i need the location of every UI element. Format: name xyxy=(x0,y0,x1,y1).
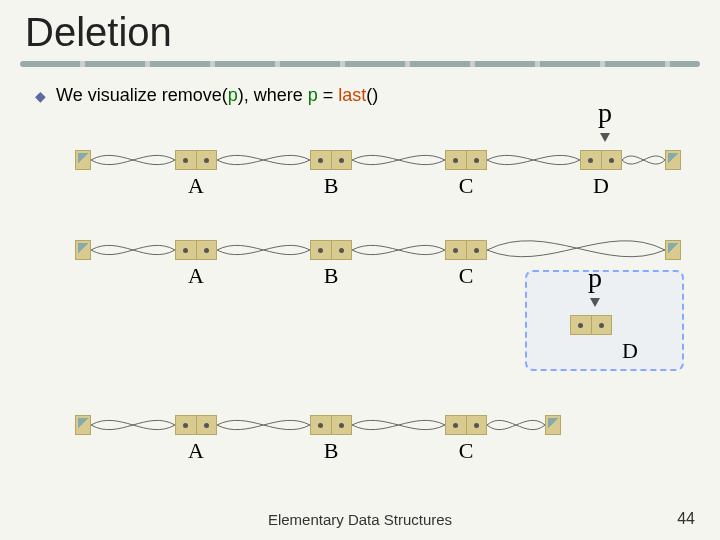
node-b-1 xyxy=(310,150,352,170)
bullet-p1: p xyxy=(228,85,238,105)
footer-text: Elementary Data Structures xyxy=(0,511,720,528)
node-a-1 xyxy=(175,150,217,170)
arrow-down-icon xyxy=(590,298,600,307)
label-b: B xyxy=(311,173,351,199)
bullet-paren-close: () xyxy=(366,85,378,105)
sentinel xyxy=(75,150,91,170)
bullet-remove: remove xyxy=(162,85,222,105)
node-b-2 xyxy=(310,240,352,260)
node-c-3 xyxy=(445,415,487,435)
link xyxy=(352,242,445,258)
bullet-text: We visualize remove(p), where p = last() xyxy=(56,85,378,106)
link xyxy=(352,152,445,168)
slide-number: 44 xyxy=(677,510,695,528)
label-b: B xyxy=(311,263,351,289)
link xyxy=(487,417,545,433)
sentinel xyxy=(665,150,681,170)
link xyxy=(91,152,175,168)
bullet-prefix: We visualize xyxy=(56,85,162,105)
node-a-2 xyxy=(175,240,217,260)
node-b-3 xyxy=(310,415,352,435)
bullet-eq: = xyxy=(318,85,339,105)
sentinel xyxy=(665,240,681,260)
p-label-row2: p xyxy=(575,262,615,294)
sentinel xyxy=(545,415,561,435)
node-c-1 xyxy=(445,150,487,170)
label-b: B xyxy=(311,438,351,464)
link xyxy=(217,417,310,433)
sentinel xyxy=(75,240,91,260)
link xyxy=(91,242,175,258)
bullet-icon: ◆ xyxy=(35,88,46,104)
node-c-2 xyxy=(445,240,487,260)
link-skip xyxy=(487,235,665,265)
link xyxy=(622,152,665,168)
label-a: A xyxy=(176,263,216,289)
p-label-row1: p xyxy=(585,97,625,129)
label-d-ghost: D xyxy=(610,338,650,364)
bullet-p2: p xyxy=(308,85,318,105)
node-a-3 xyxy=(175,415,217,435)
diagram-area: p A B C D A B C p D A B C xyxy=(0,115,720,515)
label-d: D xyxy=(581,173,621,199)
link xyxy=(487,152,580,168)
bullet-mid: ), where xyxy=(238,85,308,105)
label-a: A xyxy=(176,438,216,464)
link xyxy=(91,417,175,433)
label-c: C xyxy=(446,173,486,199)
title-underline xyxy=(20,61,700,67)
link xyxy=(217,152,310,168)
label-a: A xyxy=(176,173,216,199)
link xyxy=(352,417,445,433)
bullet-last: last xyxy=(338,85,366,105)
node-d-1 xyxy=(580,150,622,170)
sentinel xyxy=(75,415,91,435)
node-d-ghost xyxy=(570,315,612,335)
arrow-down-icon xyxy=(600,133,610,142)
link xyxy=(217,242,310,258)
label-c: C xyxy=(446,438,486,464)
slide-title: Deletion xyxy=(0,0,720,55)
label-c: C xyxy=(446,263,486,289)
